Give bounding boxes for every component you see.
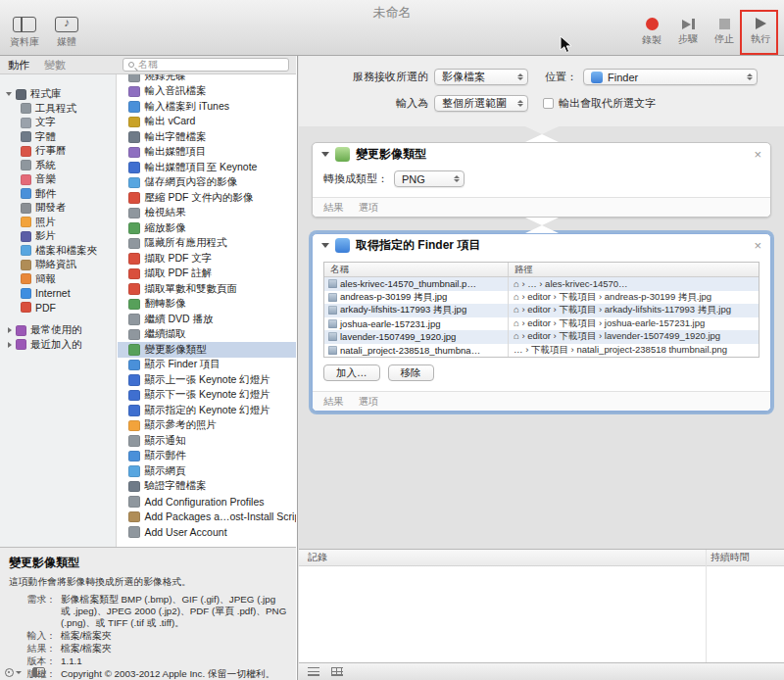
step-button[interactable]: 步驟 [678, 15, 698, 46]
action-item[interactable]: 顯示指定的 Keynote 幻燈片 [118, 403, 296, 418]
sidebar-item[interactable]: 開發者 [0, 201, 116, 216]
block-header[interactable]: 取得指定的 Finder 項目 [313, 234, 770, 257]
search-input[interactable]: 名稱 [122, 58, 289, 72]
action-item[interactable]: 驗證字體檔案 [118, 479, 296, 495]
action-item[interactable]: 擷取 PDF 註解 [118, 267, 296, 282]
sidebar-item[interactable]: 郵件 [0, 187, 116, 202]
action-item[interactable]: 燒錄光碟 [118, 74, 296, 84]
action-item[interactable]: Add Packages a…ost-Install Scripts [118, 510, 296, 525]
disclosure-down-icon[interactable] [321, 152, 329, 157]
action-item[interactable]: 顯示參考的照片 [118, 418, 296, 434]
column-header-name[interactable]: 名稱 [324, 263, 509, 276]
action-item[interactable]: 擷取 PDF 文字 [118, 251, 296, 267]
description-field: 輸入： 檔案/檔案夾 [9, 630, 287, 642]
sidebar-item[interactable]: 簡報 [0, 272, 116, 287]
disclosure-down-icon[interactable] [321, 243, 329, 248]
action-item[interactable]: 擷取單數和雙數頁面 [118, 281, 296, 297]
action-item[interactable]: 檢視結果 [118, 206, 296, 221]
disclosure-down-icon[interactable] [6, 92, 12, 96]
action-item[interactable]: 輸出媒體項目至 Keynote [118, 160, 296, 175]
action-item[interactable]: 變更影像類型 [118, 342, 296, 358]
action-menu-button[interactable] [5, 668, 22, 677]
action-item[interactable]: Add User Account [118, 524, 296, 540]
remove-button[interactable]: 移除 [388, 364, 434, 381]
action-item[interactable]: Add Configuration Profiles [118, 494, 296, 510]
options-link[interactable]: 選項 [359, 395, 378, 409]
action-item[interactable]: 顯示通知 [118, 433, 296, 449]
table-row[interactable]: joshua-earle-157231.jpg⌂ › editor › 下載項目… [324, 317, 759, 331]
sidebar-item[interactable]: 文字 [0, 116, 116, 130]
close-icon[interactable] [754, 148, 761, 161]
sidebar-item[interactable]: Internet [0, 286, 116, 301]
block-header[interactable]: 變更影像類型 [313, 143, 770, 166]
duration-column-header[interactable]: 持續時間 [710, 551, 750, 564]
library-button[interactable]: 資料庫 [10, 17, 39, 49]
disclosure-right-icon[interactable] [8, 327, 12, 333]
column-header-path[interactable]: 路徑 [509, 263, 759, 276]
table-row[interactable]: natali_project-238518_thumbna…… › 下載項目 ›… [324, 344, 759, 358]
sidebar-smart-item[interactable]: 最近加入的 [0, 338, 116, 353]
table-row[interactable]: andreas-p-30199 拷貝.jpg⌂ › editor › 下載項目 … [324, 291, 759, 305]
action-item[interactable]: 顯示下一張 Keynote 幻燈片 [118, 388, 296, 404]
category-icon [21, 146, 31, 157]
results-link[interactable]: 結果 [323, 395, 343, 409]
service-location-popup[interactable]: Finder [583, 69, 758, 85]
sidebar-item[interactable]: PDF [0, 301, 116, 316]
table-row[interactable]: lavender-1507499_1920.jpg⌂ › editor › 下載… [324, 330, 759, 344]
description-title: 變更影像類型 [9, 555, 287, 571]
sidebar-smart-item[interactable]: 最常使用的 [0, 323, 116, 338]
action-icon [128, 74, 140, 82]
sidebar-item[interactable]: 字體 [0, 130, 116, 145]
table-row[interactable]: ales-krivec-14570_thumbnail.p…⌂ › … › al… [324, 277, 759, 291]
sidebar-item[interactable]: 影片 [0, 229, 116, 244]
sidebar-item[interactable]: 檔案和檔案夾 [0, 244, 116, 259]
action-item[interactable]: 輸入檔案到 iTunes [118, 99, 296, 115]
sidebar-item[interactable]: 聯絡資訊 [0, 258, 116, 272]
action-item[interactable]: 縮放影像 [118, 220, 296, 236]
action-item[interactable]: 輸出 vCard [118, 115, 296, 130]
tab-actions[interactable]: 動作 [8, 58, 29, 73]
stop-button[interactable]: 停止 [714, 15, 734, 46]
convert-type-popup[interactable]: PNG [394, 170, 465, 187]
sidebar-item[interactable]: 行事曆 [0, 144, 116, 159]
workflow-pane: 服務接收所選的 影像檔案 位置： Finder 輸入為 整個所選範圍 輸出會取代… [299, 56, 784, 680]
action-item[interactable]: 顯示上一張 Keynote 幻燈片 [118, 372, 296, 388]
toggle-description-panel-button[interactable] [32, 667, 45, 677]
service-receives-popup[interactable]: 影像檔案 [434, 69, 528, 85]
action-item[interactable]: 顯示網頁 [118, 463, 296, 479]
category-icon [21, 160, 31, 170]
action-item[interactable]: 顯示 Finder 項目 [118, 358, 296, 373]
options-link[interactable]: 選項 [359, 201, 378, 215]
action-item[interactable]: 壓縮 PDF 文件內的影像 [118, 190, 296, 206]
disclosure-right-icon[interactable] [8, 342, 12, 348]
action-item[interactable]: 繼續擷取 [118, 327, 296, 343]
action-item[interactable]: 儲存網頁內容的影像 [118, 175, 296, 191]
tab-variables[interactable]: 變數 [44, 58, 66, 73]
table-row[interactable]: arkady-lifshits-117993 拷貝.jpg⌂ › editor … [324, 304, 759, 317]
add-button[interactable]: 加入… [323, 364, 380, 381]
action-item[interactable]: 顯示郵件 [118, 449, 296, 464]
log-column-header[interactable]: 記錄 [299, 551, 327, 564]
action-item[interactable]: 輸出字體檔案 [118, 129, 296, 145]
action-item[interactable]: 繼續 DVD 播放 [118, 312, 296, 327]
category-icon [21, 188, 31, 199]
action-item[interactable]: 輸入音訊檔案 [118, 84, 296, 100]
service-input-popup[interactable]: 整個所選範圍 [434, 95, 528, 112]
action-item[interactable]: 翻轉影像 [118, 297, 296, 313]
action-item[interactable]: 輸出媒體項目 [118, 145, 296, 161]
action-item[interactable]: 隱藏所有應用程式 [118, 236, 296, 252]
replace-output-checkbox[interactable] [543, 98, 554, 109]
sidebar-item[interactable]: 工具程式 [0, 102, 116, 117]
block-title: 變更影像類型 [356, 146, 426, 163]
results-link[interactable]: 結果 [323, 201, 343, 215]
record-button[interactable]: 錄製 [642, 15, 662, 47]
log-view-icon[interactable] [308, 667, 319, 676]
sidebar-item-library-root[interactable]: 程式庫 [0, 87, 116, 102]
variables-view-icon[interactable] [331, 667, 343, 676]
sidebar-item[interactable]: 照片 [0, 216, 116, 230]
sidebar-item[interactable]: 音樂 [0, 172, 116, 187]
media-button[interactable]: 媒體 [55, 17, 78, 49]
sidebar-item[interactable]: 系統 [0, 159, 116, 173]
close-icon[interactable] [754, 239, 761, 252]
action-description-panel: 變更影像類型 這項動作會將影像轉換成所選的影像格式。 需求： 影像檔案類型 BM… [0, 547, 296, 680]
